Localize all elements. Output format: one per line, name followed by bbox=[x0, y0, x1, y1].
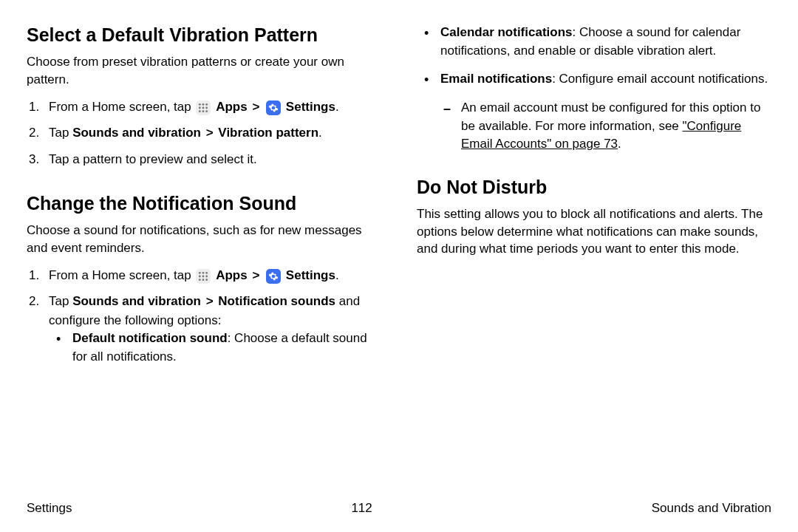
sub-bullet-email-account: An email account must be configured for … bbox=[455, 99, 771, 154]
svg-point-0 bbox=[199, 103, 201, 106]
heading-do-not-disturb: Do Not Disturb bbox=[417, 176, 771, 198]
svg-point-4 bbox=[202, 106, 205, 109]
step-1: From a Home screen, tap Apps > Settings. bbox=[43, 98, 381, 117]
svg-point-13 bbox=[202, 275, 205, 277]
svg-point-3 bbox=[199, 106, 201, 109]
svg-point-6 bbox=[199, 110, 201, 112]
step-3: Tap a pattern to preview and select it. bbox=[43, 150, 381, 169]
svg-point-10 bbox=[202, 272, 205, 274]
step-2b: Tap Sounds and vibration > Notification … bbox=[43, 292, 381, 366]
apps-label: Apps bbox=[216, 100, 248, 114]
chevron-icon: > bbox=[252, 268, 259, 282]
svg-point-7 bbox=[202, 110, 205, 112]
intro-notification-sound: Choose a sound for notifications, such a… bbox=[27, 222, 381, 257]
bullet-default-sound: Default notification sound: Choose a def… bbox=[66, 330, 381, 366]
notification-options-continued: Calendar notifications: Choose a sound f… bbox=[417, 24, 771, 154]
intro-dnd: This setting allows you to block all not… bbox=[417, 205, 771, 258]
svg-point-16 bbox=[202, 279, 205, 281]
svg-point-1 bbox=[202, 103, 205, 106]
steps-notification-sound: From a Home screen, tap Apps > Settings.… bbox=[27, 266, 381, 366]
svg-point-5 bbox=[206, 106, 208, 109]
svg-point-12 bbox=[199, 275, 201, 277]
apps-icon bbox=[196, 100, 211, 115]
settings-label: Settings bbox=[286, 268, 335, 282]
right-column: Calendar notifications: Choose a sound f… bbox=[417, 24, 771, 482]
heading-notification-sound: Change the Notification Sound bbox=[27, 192, 381, 214]
bullet-email: Email notifications: Configure email acc… bbox=[434, 70, 771, 154]
page-number: 112 bbox=[351, 501, 372, 516]
left-column: Select a Default Vibration Pattern Choos… bbox=[27, 24, 381, 482]
footer-topic: Sounds and Vibration bbox=[652, 501, 771, 516]
apps-icon bbox=[196, 269, 211, 284]
svg-point-11 bbox=[206, 272, 208, 274]
gear-icon bbox=[266, 269, 281, 284]
svg-point-17 bbox=[206, 279, 208, 281]
steps-vibration: From a Home screen, tap Apps > Settings.… bbox=[27, 98, 381, 169]
chevron-icon: > bbox=[206, 126, 214, 140]
apps-label: Apps bbox=[216, 268, 248, 282]
page-footer: Settings 112 Sounds and Vibration bbox=[27, 501, 771, 516]
svg-point-15 bbox=[199, 279, 201, 281]
step-1b: From a Home screen, tap Apps > Settings. bbox=[43, 266, 381, 285]
svg-point-14 bbox=[206, 275, 208, 277]
chevron-icon: > bbox=[206, 294, 214, 308]
svg-point-2 bbox=[206, 103, 208, 106]
step-2: Tap Sounds and vibration > Vibration pat… bbox=[43, 123, 381, 143]
settings-label: Settings bbox=[286, 100, 335, 114]
footer-section: Settings bbox=[27, 501, 72, 516]
svg-point-8 bbox=[206, 110, 208, 112]
gear-icon bbox=[266, 100, 281, 115]
heading-vibration-pattern: Select a Default Vibration Pattern bbox=[27, 24, 381, 46]
bullet-calendar: Calendar notifications: Choose a sound f… bbox=[434, 24, 771, 60]
svg-point-9 bbox=[199, 272, 201, 274]
chevron-icon: > bbox=[252, 100, 259, 114]
intro-vibration: Choose from preset vibration patterns or… bbox=[27, 53, 381, 89]
